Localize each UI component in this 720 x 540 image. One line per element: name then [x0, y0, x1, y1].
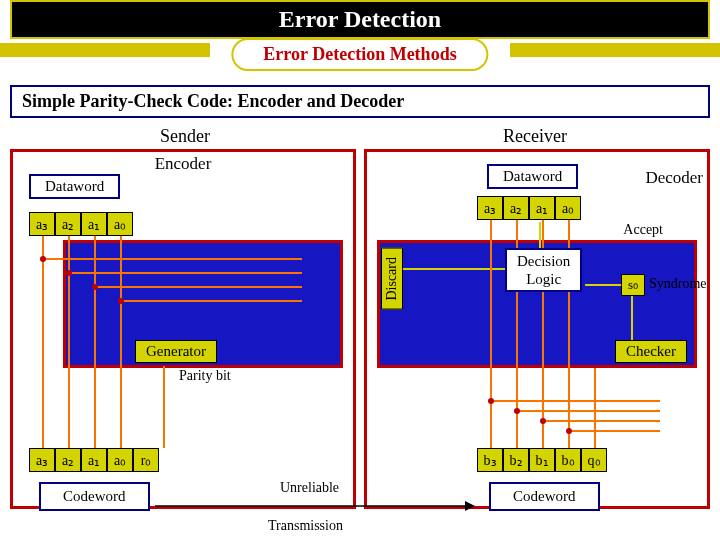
stripe-left	[0, 43, 210, 57]
bit-a3: a₃	[29, 212, 55, 236]
parity-bit-label: Parity bit	[179, 368, 231, 384]
encoder-codeword-bits: a₃ a₂ a₁ a₀ r₀	[29, 448, 159, 472]
wire	[542, 420, 660, 422]
sender-label: Sender	[10, 124, 360, 149]
bit-b1: b₁	[529, 448, 555, 472]
transmission-arrow-icon	[155, 496, 475, 516]
discard-label: Discard	[381, 248, 403, 310]
bit-a1: a₁	[81, 212, 107, 236]
junction-dot	[40, 256, 46, 262]
junction-dot	[118, 298, 124, 304]
syndrome-label: Syndrome	[649, 276, 707, 292]
generator-label: Generator	[135, 340, 217, 363]
decoder-dataword-bits: a₃ a₂ a₁ a₀	[477, 196, 581, 220]
junction-dot	[66, 270, 72, 276]
receiver-label: Receiver	[360, 124, 710, 149]
subtitle-pill: Error Detection Methods	[231, 38, 488, 71]
decoder-box: Decoder Dataword a₃ a₂ a₁ a₀ Accept Disc…	[364, 149, 710, 509]
wire	[42, 258, 302, 260]
junction-dot	[566, 428, 572, 434]
bit-da2: a₂	[503, 196, 529, 220]
subtitle-text: Error Detection Methods	[263, 44, 456, 64]
junction-dot	[514, 408, 520, 414]
checker-label: Checker	[615, 340, 687, 363]
wire-accept	[539, 222, 541, 248]
encoder-dataword-bits: a₃ a₂ a₁ a₀	[29, 212, 133, 236]
wire-syndrome	[585, 284, 621, 286]
bit-a0: a₀	[107, 212, 133, 236]
junction-dot	[540, 418, 546, 424]
wire-q0	[594, 368, 596, 448]
decision-line2: Logic	[526, 271, 561, 287]
encoder-dataword-label: Dataword	[29, 174, 120, 199]
wire-parity	[163, 366, 165, 448]
encoder-codeword-label: Codeword	[39, 482, 150, 511]
diagram-row: Encoder Dataword a₃ a₂ a₁ a₀ Generator P…	[10, 149, 710, 509]
svg-marker-1	[465, 501, 475, 511]
section-heading: Simple Parity-Check Code: Encoder and De…	[10, 85, 710, 118]
junction-dot	[488, 398, 494, 404]
encoder-box: Encoder Dataword a₃ a₂ a₁ a₀ Generator P…	[10, 149, 356, 509]
bit-da0: a₀	[555, 196, 581, 220]
stripe-right	[510, 43, 720, 57]
decoder-codeword-bits: b₃ b₂ b₁ b₀ q₀	[477, 448, 607, 472]
wire	[94, 286, 302, 288]
transmission-label: Transmission	[268, 518, 343, 534]
syndrome-bit: s₀	[621, 274, 645, 296]
bit-q0: q₀	[581, 448, 607, 472]
wire	[516, 410, 660, 412]
wire	[490, 220, 492, 448]
bit-da1: a₁	[529, 196, 555, 220]
decision-logic-label: Decision Logic	[505, 248, 582, 292]
bit-r0: r₀	[133, 448, 159, 472]
decision-line1: Decision	[517, 253, 570, 269]
accept-label: Accept	[623, 222, 663, 238]
wire	[568, 430, 660, 432]
wire	[120, 236, 122, 448]
section-text: Simple Parity-Check Code: Encoder and De…	[22, 91, 404, 111]
encoder-label: Encoder	[155, 154, 212, 174]
bit-b3: b₃	[477, 448, 503, 472]
bit-a2c: a₂	[55, 448, 81, 472]
decoder-codeword-label: Codeword	[489, 482, 600, 511]
title-banner: Error Detection	[10, 0, 710, 39]
bit-da3: a₃	[477, 196, 503, 220]
wire	[94, 236, 96, 448]
bit-a2: a₂	[55, 212, 81, 236]
bit-b2: b₂	[503, 448, 529, 472]
bit-a1c: a₁	[81, 448, 107, 472]
wire	[490, 400, 660, 402]
title-text: Error Detection	[279, 6, 441, 32]
roles-row: Sender Receiver	[10, 124, 710, 149]
bit-a3c: a₃	[29, 448, 55, 472]
wire	[68, 236, 70, 448]
wire	[68, 272, 302, 274]
wire-checker-out	[631, 296, 633, 340]
wire	[120, 300, 302, 302]
wire	[42, 236, 44, 448]
decoder-dataword-label: Dataword	[487, 164, 578, 189]
bit-b0: b₀	[555, 448, 581, 472]
decoder-label: Decoder	[645, 168, 703, 188]
bit-a0c: a₀	[107, 448, 133, 472]
unreliable-label: Unreliable	[280, 480, 339, 496]
junction-dot	[92, 284, 98, 290]
